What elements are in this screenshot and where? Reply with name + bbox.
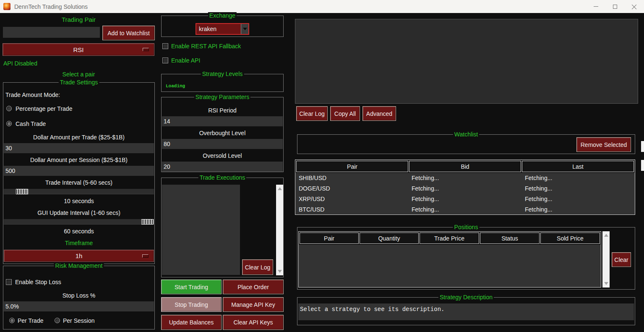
minimize-button[interactable] [586,0,605,13]
radio-per-trade[interactable] [9,318,15,323]
window-title: DennTech Trading Solutions [14,3,88,10]
strategy-description-title: Strategy Description [438,294,494,301]
positions-header-quantity[interactable]: Quantity [360,233,419,244]
exchange-combobox-value: kraken [196,24,241,34]
dollar-per-trade-label: Dollar Amount per Trade ($25-$1B) [3,134,155,141]
radio-percentage-per-trade[interactable] [6,106,12,111]
enable-api-checkbox[interactable] [162,58,168,63]
edge-scrollbar-fragment [641,160,644,171]
strategy-levels-group: Strategy Levels Loading [161,74,284,92]
radio-percentage-label[interactable]: Percentage per Trade [16,105,72,112]
trade-interval-label: Trade Interval (5-60 secs) [3,179,155,186]
positions-header-trade-price[interactable]: Trade Price [420,233,479,244]
trade-interval-slider-handle[interactable] [16,189,28,194]
watchlist-cell-last: Fetching... [525,204,552,215]
titlebar: DennTech Trading Solutions [0,0,644,13]
watchlist-cell-last: Fetching... [525,183,552,194]
gui-interval-label: GUI Update Interval (1-60 secs) [3,209,155,216]
dollar-per-session-label: Dollar Amount per Session ($25-$1B) [3,157,155,163]
app-icon [3,3,10,10]
watchlist-cell-bid: Fetching... [412,204,439,215]
maximize-button[interactable] [605,0,625,13]
watchlist-row[interactable]: XRP/USD Fetching... Fetching... [295,194,635,204]
enable-rest-label[interactable]: Enable REST API Fallback [171,43,241,50]
enable-stop-loss-checkbox[interactable] [6,279,12,285]
trading-pair-input[interactable] [3,27,100,38]
radio-per-trade-label[interactable]: Per Trade [18,317,43,324]
enable-stop-loss-label[interactable]: Enable Stop Loss [15,279,61,285]
strategy-dropdown-value: RSI [73,46,83,53]
log-clear-button[interactable]: Clear Log [296,106,328,121]
radio-per-session[interactable] [55,318,60,323]
trade-interval-slider[interactable] [4,189,154,194]
clear-api-keys-button[interactable]: Clear API Keys [223,315,284,330]
positions-clear-button[interactable]: Clear [612,252,631,267]
strategy-dropdown[interactable]: RSI [3,43,154,56]
watchlist-row[interactable]: DOGE/USD Fetching... Fetching... [295,183,635,194]
trade-executions-list[interactable] [162,185,240,275]
stop-loss-percent-label: Stop Loss % [3,292,155,299]
trade-executions-scrollbar[interactable] [276,185,283,275]
manage-api-key-button[interactable]: Manage API Key [223,297,284,312]
overbought-input[interactable]: 80 [162,139,283,149]
stop-trading-button[interactable]: Stop Trading [161,297,222,312]
radio-cash-trade[interactable] [6,121,12,126]
radio-per-session-label[interactable]: Per Session [63,317,94,324]
close-button[interactable] [625,0,644,13]
watchlist-table[interactable]: Pair Bid Last SHIB/USD Fetching... Fetch… [295,159,635,215]
watchlist-cell-pair: SHIB/USD [299,173,326,183]
watchlist-cell-pair: DOGE/USD [299,183,330,194]
watchlist-cell-bid: Fetching... [412,183,439,194]
watchlist-cell-pair: XRP/USD [299,194,325,204]
place-order-button[interactable]: Place Order [223,280,284,294]
overbought-label: Overbought Level [161,130,284,136]
start-trading-button[interactable]: Start Trading [161,280,222,294]
watchlist-cell-bid: Fetching... [412,194,439,204]
watchlist-header-pair[interactable]: Pair [296,161,408,172]
trade-settings-title: Trade Settings [59,79,99,86]
positions-table[interactable]: Pair Quantity Trade Price Status Sold Pr… [298,231,601,288]
watchlist-row[interactable]: BTC/USD Fetching... Fetching... [295,204,635,215]
dollar-per-trade-input[interactable]: 30 [4,143,154,153]
gui-interval-slider[interactable] [4,219,154,225]
chevron-down-icon[interactable] [241,24,248,34]
executions-clear-log-button[interactable]: Clear Log [242,259,273,275]
oversold-input[interactable]: 20 [162,162,283,172]
watchlist-header-last[interactable]: Last [522,161,634,172]
log-copy-all-button[interactable]: Copy All [330,106,360,121]
watchlist-cell-last: Fetching... [525,194,552,204]
scroll-up-icon[interactable] [604,234,608,237]
positions-header-pair[interactable]: Pair [300,233,359,244]
positions-scrollbar[interactable] [602,231,610,288]
strategy-description-text[interactable]: Select a strategy to see its description… [298,303,634,320]
dollar-per-session-input[interactable]: 500 [4,166,154,176]
rsi-period-input[interactable]: 14 [162,116,283,126]
gui-interval-slider-handle[interactable] [141,219,154,225]
rsi-period-label: RSI Period [161,107,284,114]
scroll-up-icon[interactable] [278,187,282,190]
positions-header-sold-price[interactable]: Sold Price [540,233,600,244]
enable-rest-checkbox[interactable] [162,43,168,49]
timeframe-dropdown[interactable]: 1h [4,250,154,262]
update-balances-button[interactable]: Update Balances [161,315,222,330]
add-to-watchlist-button[interactable]: Add to Watchlist [102,26,155,40]
watchlist-header-bid[interactable]: Bid [409,161,521,172]
stop-loss-input[interactable]: 5.0% [4,301,154,311]
exchange-combobox[interactable]: kraken [196,23,249,35]
positions-header-status[interactable]: Status [480,233,540,244]
log-advanced-button[interactable]: Advanced [362,106,396,121]
main-log-area[interactable] [295,19,638,104]
scroll-down-icon[interactable] [604,282,608,285]
radio-cash-label[interactable]: Cash Trade [16,120,46,127]
api-status-label: API Disabled [3,60,37,67]
watchlist-row[interactable]: SHIB/USD Fetching... Fetching... [295,173,635,183]
watchlist-title: Watchlist [453,131,479,138]
exchange-title: Exchange [208,12,237,19]
edge-scrollbar-fragment [641,141,644,152]
select-pair-label: Select a pair [0,71,157,78]
risk-management-title: Risk Management [54,262,104,269]
remove-selected-button[interactable]: Remove Selected [576,137,631,152]
enable-api-label[interactable]: Enable API [171,57,200,64]
maximize-icon [613,5,617,9]
scroll-down-icon[interactable] [278,270,282,273]
